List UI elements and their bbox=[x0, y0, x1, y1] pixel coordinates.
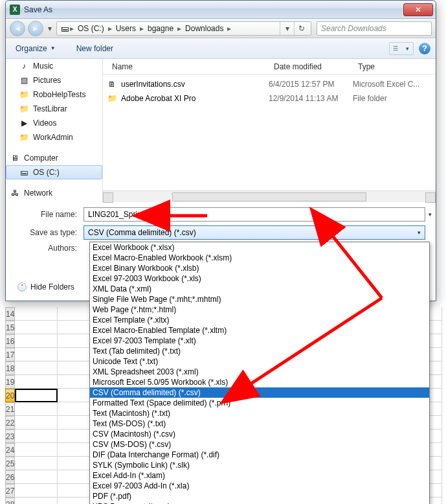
cell[interactable] bbox=[15, 307, 58, 321]
crumb-os[interactable]: OS (C:) bbox=[74, 22, 108, 35]
cell[interactable] bbox=[15, 361, 58, 375]
dropdown-option[interactable]: CSV (MS-DOS) (*.csv) bbox=[90, 439, 429, 450]
h-scrollbar[interactable] bbox=[103, 190, 436, 202]
row-header[interactable]: 25 bbox=[5, 457, 15, 470]
dropdown-option[interactable]: Excel Template (*.xltx) bbox=[90, 315, 429, 325]
cell[interactable] bbox=[15, 484, 58, 498]
row-header[interactable]: 18 bbox=[5, 361, 15, 375]
cell[interactable] bbox=[15, 498, 58, 504]
hide-folders-button[interactable]: ˄ Hide Folders bbox=[17, 282, 74, 292]
search-input[interactable]: Search Downloads bbox=[317, 21, 432, 36]
dropdown-option[interactable]: DIF (Data Interchange Format) (*.dif) bbox=[90, 450, 429, 460]
file-row[interactable]: 📁Adobe Acrobat XI Pro12/9/2014 11:13 AMF… bbox=[103, 91, 436, 106]
row-header[interactable]: 24 bbox=[5, 443, 15, 457]
dropdown-option[interactable]: Unicode Text (*.txt) bbox=[90, 356, 429, 367]
cell[interactable] bbox=[15, 348, 58, 361]
dropdown-option[interactable]: Web Page (*.htm;*.html) bbox=[90, 304, 429, 315]
cell[interactable] bbox=[15, 389, 58, 402]
dropdown-option[interactable]: CSV (Macintosh) (*.csv) bbox=[90, 429, 429, 439]
sidebar-item[interactable]: 📁RoboHelpTests bbox=[6, 87, 102, 102]
row-header[interactable]: 15 bbox=[5, 321, 15, 334]
dropdown-option[interactable]: Text (Tab delimited) (*.txt) bbox=[90, 346, 429, 356]
cell[interactable] bbox=[15, 470, 58, 484]
filename-input[interactable]: LING201_Spring2015▾ bbox=[84, 207, 425, 222]
dropdown-option[interactable]: Excel Macro-Enabled Workbook (*.xlsm) bbox=[90, 253, 429, 263]
dropdown-option[interactable]: Excel 97-2003 Add-In (*.xla) bbox=[90, 481, 429, 491]
dropdown-option[interactable]: Text (Macintosh) (*.txt) bbox=[90, 408, 429, 418]
dropdown-option[interactable]: Excel Add-In (*.xlam) bbox=[90, 470, 429, 481]
sidebar-item[interactable]: 📁TestLibrar bbox=[6, 102, 102, 116]
row-header[interactable]: 14 bbox=[5, 307, 15, 321]
cell[interactable] bbox=[15, 402, 58, 416]
dropdown-option[interactable]: Excel Workbook (*.xlsx) bbox=[90, 242, 429, 253]
saveastype-label: Save as type: bbox=[6, 228, 84, 237]
dropdown-option[interactable]: XPS Document (*.xps) bbox=[90, 501, 429, 504]
dropdown-option[interactable]: Text (MS-DOS) (*.txt) bbox=[90, 418, 429, 429]
dropdown-option[interactable]: Excel Macro-Enabled Template (*.xltm) bbox=[90, 325, 429, 336]
cell[interactable] bbox=[15, 375, 58, 389]
row-header[interactable]: 28 bbox=[5, 498, 15, 504]
dropdown-option[interactable]: PDF (*.pdf) bbox=[90, 491, 429, 501]
breadcrumb-dropdown[interactable]: ▾ bbox=[280, 22, 294, 35]
file-row[interactable]: 🗎userInvitations.csv6/4/2015 12:57 PMMic… bbox=[103, 77, 436, 91]
sidebar[interactable]: ♪Music▧Pictures📁RoboHelpTests📁TestLibrar… bbox=[6, 59, 103, 202]
organize-button[interactable]: Organize▼ bbox=[11, 42, 60, 55]
row-header[interactable]: 20 bbox=[5, 389, 15, 402]
nav-history-dropdown[interactable]: ▾ bbox=[46, 21, 54, 36]
crumb-bgagne[interactable]: bgagne bbox=[144, 22, 177, 35]
cell[interactable] bbox=[15, 416, 58, 430]
file-list[interactable]: 🗎userInvitations.csv6/4/2015 12:57 PMMic… bbox=[103, 74, 436, 190]
breadcrumb[interactable]: 🖴 ▸ OS (C:) ▸ Users ▸ bgagne ▸ Downloads… bbox=[56, 21, 311, 36]
dropdown-option[interactable]: Excel 97-2003 Template (*.xlt) bbox=[90, 336, 429, 346]
file-header[interactable]: Name Date modified Type bbox=[103, 59, 436, 74]
sidebar-computer[interactable]: 🖥Computer bbox=[6, 151, 102, 165]
col-name[interactable]: Name bbox=[107, 62, 269, 71]
row-header[interactable]: 21 bbox=[5, 402, 15, 416]
row-header[interactable]: 23 bbox=[5, 430, 15, 443]
sidebar-item-label: Videos bbox=[33, 119, 56, 128]
saveastype-dropdown[interactable]: Excel Workbook (*.xlsx)Excel Macro-Enabl… bbox=[89, 242, 430, 504]
dropdown-option[interactable]: CSV (Comma delimited) (*.csv) bbox=[90, 387, 429, 398]
sidebar-osc[interactable]: 🖴OS (C:) bbox=[6, 165, 102, 179]
window-title: Save As bbox=[24, 5, 403, 14]
cell[interactable] bbox=[15, 334, 58, 348]
scroll-thumb[interactable] bbox=[172, 192, 366, 201]
dropdown-option[interactable]: Excel 97-2003 Workbook (*.xls) bbox=[90, 273, 429, 284]
row-header[interactable]: 19 bbox=[5, 375, 15, 389]
row-header[interactable]: 17 bbox=[5, 348, 15, 361]
authors-label: Authors: bbox=[6, 244, 84, 253]
view-options-button[interactable]: ☰▾ bbox=[389, 42, 414, 55]
sidebar-item[interactable]: ♪Music bbox=[6, 59, 102, 73]
row-header[interactable]: 16 bbox=[5, 334, 15, 348]
sidebar-item[interactable]: ▧Pictures bbox=[6, 73, 102, 87]
close-button[interactable]: ✕ bbox=[403, 3, 433, 16]
crumb-users[interactable]: Users bbox=[112, 22, 140, 35]
cell[interactable] bbox=[15, 457, 58, 470]
dropdown-option[interactable]: Formatted Text (Space delimited) (*.prn) bbox=[90, 398, 429, 408]
dropdown-option[interactable]: Microsoft Excel 5.0/95 Workbook (*.xls) bbox=[90, 377, 429, 387]
dropdown-option[interactable]: XML Spreadsheet 2003 (*.xml) bbox=[90, 367, 429, 377]
dropdown-option[interactable]: Excel Binary Workbook (*.xlsb) bbox=[90, 263, 429, 273]
help-button[interactable]: ? bbox=[419, 43, 430, 54]
col-date[interactable]: Date modified bbox=[269, 62, 353, 71]
row-header[interactable]: 27 bbox=[5, 484, 15, 498]
sidebar-network[interactable]: 🖧Network bbox=[6, 186, 102, 200]
cell[interactable] bbox=[15, 321, 58, 334]
chevron-down-icon[interactable]: ▾ bbox=[429, 211, 432, 218]
back-button[interactable]: ◄ bbox=[10, 21, 25, 36]
dropdown-option[interactable]: XML Data (*.xml) bbox=[90, 284, 429, 294]
cell[interactable] bbox=[15, 443, 58, 457]
sidebar-item[interactable]: 📁WorkAdmin bbox=[6, 130, 102, 144]
dropdown-option[interactable]: SYLK (Symbolic Link) (*.slk) bbox=[90, 460, 429, 470]
refresh-button[interactable]: ↻ bbox=[294, 22, 308, 35]
col-type[interactable]: Type bbox=[353, 62, 436, 71]
new-folder-button[interactable]: New folder bbox=[72, 42, 118, 55]
saveastype-combo[interactable]: CSV (Comma delimited) (*.csv)▾ bbox=[84, 225, 425, 240]
crumb-downloads[interactable]: Downloads bbox=[181, 22, 227, 35]
row-header[interactable]: 26 bbox=[5, 470, 15, 484]
dropdown-option[interactable]: Single File Web Page (*.mht;*.mhtml) bbox=[90, 294, 429, 304]
row-header[interactable]: 22 bbox=[5, 416, 15, 430]
sidebar-item[interactable]: ▶Videos bbox=[6, 116, 102, 130]
forward-button[interactable]: ► bbox=[28, 21, 43, 36]
cell[interactable] bbox=[15, 430, 58, 443]
